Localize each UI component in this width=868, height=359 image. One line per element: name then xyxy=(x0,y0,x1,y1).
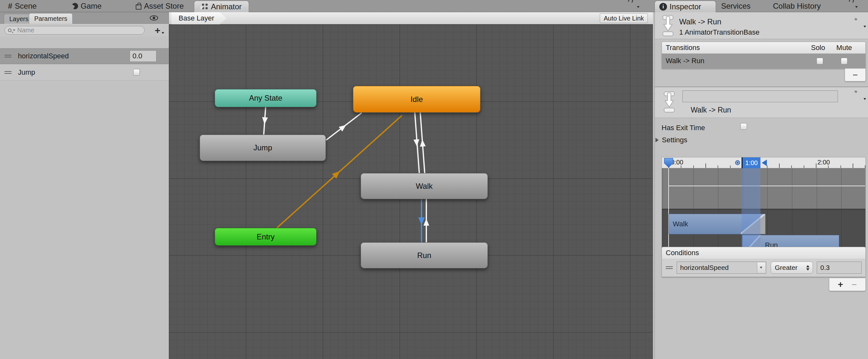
parameters-panel-tabs: Layers Parameters xyxy=(0,12,169,24)
conditions-section: Conditions horizontalSpeed Greater xyxy=(661,247,866,277)
condition-operator-dropdown[interactable]: Greater xyxy=(771,261,813,274)
scene-grid-icon: # xyxy=(8,2,12,10)
selected-time-badge[interactable]: 1:00 xyxy=(742,157,761,168)
state-machine-canvas[interactable]: Any State Idle Jump Walk Entry Run xyxy=(169,24,653,359)
add-parameter-plus: + xyxy=(155,25,160,35)
mute-checkbox[interactable] xyxy=(841,58,847,64)
tab-game[interactable]: Game xyxy=(72,0,101,12)
drag-handle-icon[interactable] xyxy=(4,71,11,74)
transition-remove-tray: − xyxy=(845,68,866,81)
tab-animator[interactable]: Animator xyxy=(194,1,249,12)
tab-scene[interactable]: # Scene xyxy=(8,0,36,12)
tab-parameters[interactable]: Parameters xyxy=(29,13,73,24)
settings-foldout-label[interactable]: Settings xyxy=(662,136,687,144)
tab-services[interactable]: Services xyxy=(721,0,750,12)
search-input[interactable] xyxy=(17,27,132,34)
solo-checkbox[interactable] xyxy=(816,58,823,64)
tab-inspector-label: Inspector xyxy=(670,2,701,11)
conditions-title: Conditions xyxy=(666,249,699,257)
transition-selection-band[interactable] xyxy=(742,168,761,251)
drag-handle-icon[interactable] xyxy=(4,55,11,57)
timeline-body[interactable]: Walk Run xyxy=(662,168,865,251)
auto-live-link-label: Auto Live Link xyxy=(603,15,644,22)
remove-transition-button[interactable]: − xyxy=(852,70,858,80)
transition-name-label: Walk -> Run xyxy=(691,106,731,114)
transition-icon xyxy=(662,91,677,113)
inspector-title: Walk -> Run xyxy=(679,17,721,26)
asset-store-bag-icon xyxy=(136,4,142,9)
selected-time-label: 1:00 xyxy=(745,159,758,167)
parameters-panel: Layers Parameters + horizontalSpeed Jump xyxy=(0,12,169,359)
conditions-section-header: Conditions xyxy=(662,247,865,259)
inspector-info-icon: i xyxy=(659,3,667,10)
transition-name-block: Walk -> Run xyxy=(655,87,868,118)
drag-handle-icon[interactable] xyxy=(666,266,673,269)
add-parameter-button[interactable]: + xyxy=(155,25,160,36)
state-node-entry[interactable]: Entry xyxy=(215,228,316,246)
breadcrumb-base-layer[interactable]: Base Layer xyxy=(172,12,226,24)
eye-icon[interactable] xyxy=(150,16,158,21)
transitions-section: Transitions Solo Mute Walk -> Run xyxy=(661,42,866,68)
timeline-preview-band xyxy=(662,168,865,210)
transitions-section-header: Transitions Solo Mute xyxy=(662,42,865,54)
inspector-panel: Walk -> Run 1 AnimatorTransitionBase Tra… xyxy=(654,12,868,359)
state-node-walk[interactable]: Walk xyxy=(361,173,488,199)
game-icon xyxy=(72,3,78,9)
transition-offset-marker-icon[interactable] xyxy=(735,160,740,165)
state-node-run[interactable]: Run xyxy=(361,242,488,268)
settings-foldout-icon[interactable] xyxy=(655,138,659,142)
solo-column-label: Solo xyxy=(811,44,825,52)
condition-value-field[interactable] xyxy=(817,261,862,274)
chevron-down-icon xyxy=(760,267,763,269)
timeline-ruler[interactable]: 0:00 2:00 1:00 xyxy=(662,157,865,168)
state-node-label: Idle xyxy=(411,95,423,104)
has-exit-time-label: Has Exit Time xyxy=(661,124,705,132)
state-node-idle[interactable]: Idle xyxy=(353,86,480,112)
condition-parameter-value: horizontalSpeed xyxy=(680,264,729,271)
breadcrumb-label: Base Layer xyxy=(179,14,214,22)
parameter-search-row: + xyxy=(0,24,169,36)
transition-icon xyxy=(660,15,675,36)
state-node-jump[interactable]: Jump xyxy=(200,135,326,161)
gear-dropdown-icon xyxy=(864,98,866,100)
parameter-value-field[interactable] xyxy=(130,50,156,62)
playhead-icon[interactable] xyxy=(664,158,673,168)
stepper-arrows-icon xyxy=(806,265,809,271)
search-icon xyxy=(8,29,11,32)
tab-parameters-label: Parameters xyxy=(34,15,67,22)
has-exit-time-checkbox[interactable] xyxy=(740,123,747,130)
transition-name-field[interactable] xyxy=(682,90,838,102)
transition-timeline[interactable]: 0:00 2:00 1:00 Walk Run xyxy=(661,157,866,251)
transition-row-label: Walk -> Run xyxy=(666,57,705,65)
tab-collab-history[interactable]: Collab History xyxy=(773,0,820,12)
tab-asset-store[interactable]: Asset Store xyxy=(136,0,184,12)
parameter-checkbox[interactable] xyxy=(133,69,140,76)
state-node-label: Jump xyxy=(253,143,272,152)
remove-condition-button[interactable]: − xyxy=(852,279,857,290)
tab-services-label: Services xyxy=(721,2,750,10)
exit-time-marker-icon[interactable] xyxy=(762,160,767,166)
parameter-search-field[interactable] xyxy=(4,26,145,35)
ruler-label-2: 2:00 xyxy=(817,159,830,166)
parameter-row-jump[interactable]: Jump xyxy=(0,64,169,80)
state-node-label: Entry xyxy=(257,232,275,241)
state-node-label: Any State xyxy=(249,93,282,103)
animator-graph-panel: Base Layer Auto Live Link xyxy=(169,12,653,359)
transition-row-walk-run[interactable]: Walk -> Run xyxy=(662,54,865,68)
layer-breadcrumb-bar: Base Layer Auto Live Link xyxy=(169,12,653,24)
animator-icon xyxy=(201,3,208,10)
state-node-label: Run xyxy=(417,251,431,260)
mute-column-label: Mute xyxy=(836,44,852,52)
gear-dropdown-icon xyxy=(864,26,866,28)
parameter-row-horizontalspeed[interactable]: horizontalSpeed xyxy=(0,48,169,64)
add-condition-button[interactable]: + xyxy=(838,279,843,290)
condition-parameter-dropdown[interactable]: horizontalSpeed xyxy=(677,261,766,274)
state-node-any-state[interactable]: Any State xyxy=(215,89,316,107)
tab-game-label: Game xyxy=(81,2,101,10)
condition-operator-value: Greater xyxy=(775,264,798,272)
auto-live-link-button[interactable]: Auto Live Link xyxy=(600,13,648,23)
state-node-label: Walk xyxy=(416,182,432,191)
inspector-subtitle: 1 AnimatorTransitionBase xyxy=(679,28,760,36)
tab-inspector[interactable]: i Inspector xyxy=(654,1,716,12)
transitions-title: Transitions xyxy=(666,44,700,52)
